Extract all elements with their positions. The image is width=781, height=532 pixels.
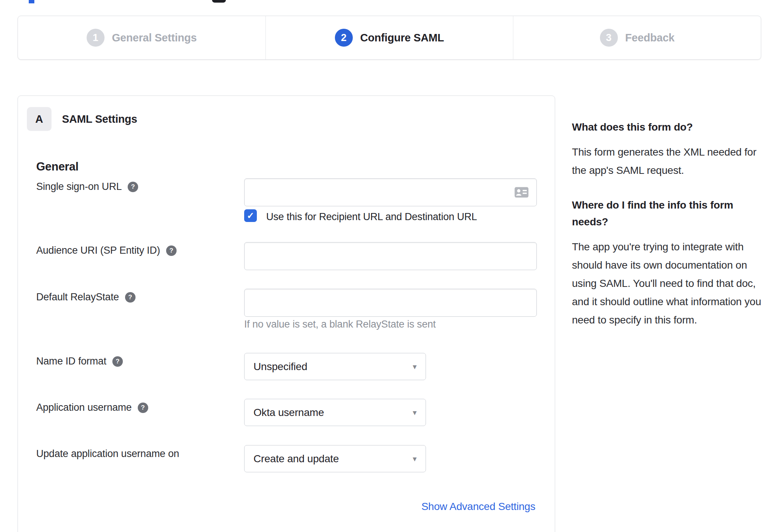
step-1-number-badge: 1 <box>87 29 105 47</box>
step-2-number-badge: 2 <box>335 29 353 47</box>
cropped-header-dark-icon-fragment <box>212 0 226 3</box>
default-relaystate-input[interactable] <box>244 289 537 317</box>
sso-url-help-icon[interactable]: ? <box>128 182 138 192</box>
step-3-label: Feedback <box>625 32 675 44</box>
sidebar-heading-where: Where do I find the info this form needs… <box>572 197 763 230</box>
audience-uri-label: Audience URI (SP Entity ID) ? <box>36 245 177 256</box>
chevron-down-icon: ▾ <box>413 454 417 463</box>
sso-url-input[interactable] <box>244 178 537 206</box>
name-id-format-select[interactable]: Unspecified ▾ <box>244 353 426 380</box>
section-a-badge: A <box>27 107 52 131</box>
update-app-username-label: Update application username on <box>36 448 179 460</box>
update-app-username-value: Create and update <box>253 453 339 465</box>
step-feedback[interactable]: 3 Feedback <box>513 16 761 59</box>
configure-saml-page: 1 General Settings 2 Configure SAML 3 Fe… <box>0 0 781 532</box>
saml-settings-panel: A SAML Settings General Single sign-on U… <box>18 96 555 532</box>
application-username-help-icon[interactable]: ? <box>138 403 148 413</box>
general-group-title: General <box>36 160 78 173</box>
sidebar-heading-what: What does this form do? <box>572 119 763 135</box>
application-username-value: Okta username <box>253 407 324 419</box>
step-general-settings[interactable]: 1 General Settings <box>18 16 265 59</box>
show-advanced-settings-link[interactable]: Show Advanced Settings <box>421 501 535 513</box>
sidebar-body-what: This form generates the XML needed for t… <box>572 143 763 179</box>
default-relaystate-label-text: Default RelayState <box>36 291 119 303</box>
name-id-format-label: Name ID format ? <box>36 356 123 367</box>
application-username-label: Application username ? <box>36 402 148 413</box>
relaystate-helper-text: If no value is set, a blank RelayState i… <box>244 319 436 330</box>
name-id-format-value: Unspecified <box>253 361 307 373</box>
checkmark-icon: ✓ <box>247 210 254 221</box>
step-2-label: Configure SAML <box>360 32 444 44</box>
wizard-stepper: 1 General Settings 2 Configure SAML 3 Fe… <box>18 16 761 60</box>
sso-url-label-text: Single sign-on URL <box>36 181 122 193</box>
update-app-username-label-text: Update application username on <box>36 448 179 460</box>
step-1-label: General Settings <box>112 32 197 44</box>
recipient-url-checkbox-label[interactable]: Use this for Recipient URL and Destinati… <box>266 211 477 223</box>
audience-uri-help-icon[interactable]: ? <box>166 245 177 256</box>
step-configure-saml[interactable]: 2 Configure SAML <box>265 16 513 59</box>
chevron-down-icon: ▾ <box>413 408 417 417</box>
cropped-header-blue-icon-fragment <box>29 0 34 3</box>
application-username-label-text: Application username <box>36 402 132 413</box>
name-id-format-label-text: Name ID format <box>36 356 106 367</box>
default-relaystate-help-icon[interactable]: ? <box>125 292 136 303</box>
step-3-number-badge: 3 <box>600 29 618 47</box>
recipient-url-checkbox[interactable]: ✓ <box>244 209 257 222</box>
application-username-select[interactable]: Okta username ▾ <box>244 399 426 426</box>
help-sidebar: What does this form do? This form genera… <box>572 119 763 346</box>
update-app-username-select[interactable]: Create and update ▾ <box>244 445 426 472</box>
chevron-down-icon: ▾ <box>413 362 417 371</box>
audience-uri-label-text: Audience URI (SP Entity ID) <box>36 245 160 256</box>
panel-title: SAML Settings <box>62 113 137 125</box>
audience-uri-input[interactable] <box>244 242 537 270</box>
default-relaystate-label: Default RelayState ? <box>36 291 136 303</box>
name-id-format-help-icon[interactable]: ? <box>112 356 123 367</box>
sidebar-body-where: The app you're trying to integrate with … <box>572 238 763 329</box>
sso-url-label: Single sign-on URL ? <box>36 181 138 193</box>
